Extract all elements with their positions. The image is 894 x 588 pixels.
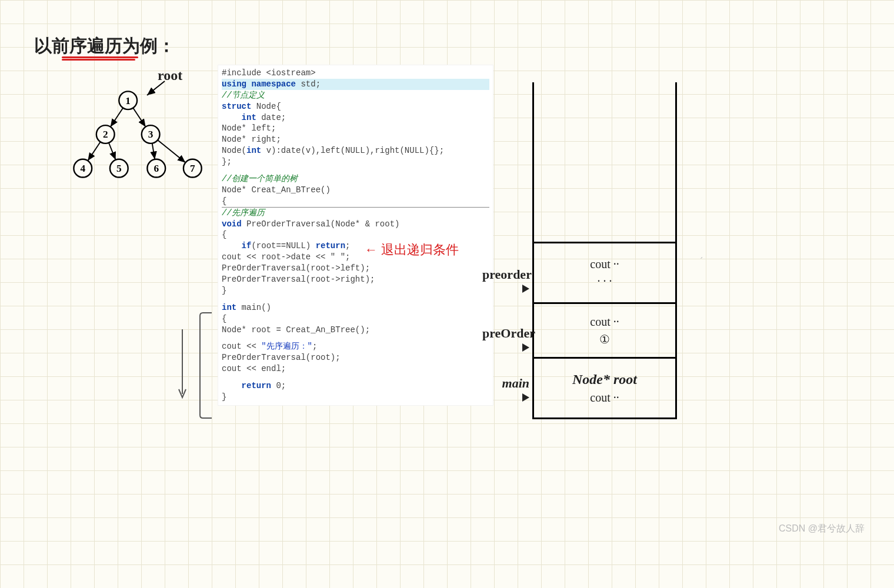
code-keyword: void <box>222 219 246 229</box>
main-flow-arrow-icon <box>171 312 218 423</box>
code-keyword: int <box>222 303 242 312</box>
code-line: { <box>222 230 226 239</box>
svg-text:4: 4 <box>80 163 85 174</box>
code-comment: //节点定义 <box>222 91 265 100</box>
code-comment: //先序遍历 <box>222 208 265 218</box>
code-comment: //创建一个简单的树 <box>222 174 298 183</box>
svg-line-5 <box>158 140 185 162</box>
code-text: cout << <box>222 342 261 351</box>
svg-text:1: 1 <box>125 95 131 106</box>
code-keyword: struct <box>222 102 256 111</box>
code-keyword: int <box>246 146 266 155</box>
svg-line-20 <box>147 81 165 95</box>
code-keyword: if <box>242 241 252 250</box>
svg-text:6: 6 <box>154 163 159 174</box>
watermark: CSDN @君兮故人辞 <box>779 523 865 535</box>
root-arrow-icon <box>141 76 176 106</box>
code-line: } <box>222 286 226 295</box>
code-block: #include <iostream> using namespace std;… <box>218 65 493 406</box>
code-line: Node* right; <box>222 135 281 144</box>
code-keyword: return <box>316 241 345 250</box>
code-line: { <box>222 314 226 323</box>
stack-frame: Node* rootcout ·· <box>534 357 675 417</box>
stack-frame: cout ··① <box>534 302 675 357</box>
code-text: Node{ <box>256 102 281 111</box>
svg-line-4 <box>152 143 155 159</box>
code-line: { <box>222 196 226 206</box>
stack-frame-line: cout ·· <box>590 258 619 271</box>
code-line: Node* left; <box>222 123 276 133</box>
stack-frame-label: preOrder <box>482 326 529 355</box>
code-keyword: int <box>242 113 262 122</box>
binary-tree-diagram: 1234567 <box>65 82 212 200</box>
stack-frame-label: main <box>482 376 529 405</box>
stack-frame: cout ··· · · <box>534 242 675 302</box>
code-line: Node* Creat_An_BTree() <box>222 185 331 195</box>
code-keyword: return <box>242 381 276 390</box>
code-line: PreOrderTraversal(root->right); <box>222 275 375 284</box>
stray-mark: ´ <box>700 256 703 266</box>
svg-text:7: 7 <box>190 163 195 174</box>
svg-line-1 <box>133 108 145 127</box>
code-text: main() <box>242 303 271 312</box>
call-stack-diagram: cout ··· · ·cout ··①Node* rootcout ·· <box>532 82 677 419</box>
code-line: PreOrderTraversal(root->left); <box>222 263 370 273</box>
code-text: ; <box>312 342 317 351</box>
svg-text:3: 3 <box>148 129 154 140</box>
stack-frame-label: preorder <box>482 268 529 296</box>
code-text: v):date(v),left(NULL),right(NULL){}; <box>266 146 444 155</box>
code-text: ; <box>345 241 350 250</box>
code-text: std; <box>301 79 321 89</box>
code-line: PreOrderTraversal(root); <box>222 353 341 362</box>
code-line: #include <iostream> <box>222 68 316 78</box>
svg-text:2: 2 <box>103 129 108 140</box>
svg-line-0 <box>111 108 123 127</box>
code-keyword: using namespace <box>222 79 301 89</box>
svg-line-2 <box>88 142 100 161</box>
code-line: Node* root = Creat_An_BTree(); <box>222 325 370 335</box>
svg-line-3 <box>109 143 116 160</box>
code-text: Node( <box>222 146 246 155</box>
stack-frame-line: · · · <box>598 275 612 288</box>
code-text: (root==NULL) <box>251 241 315 250</box>
code-line: cout << endl; <box>222 364 286 373</box>
code-text: 0; <box>276 381 286 390</box>
code-line: }; <box>222 157 232 166</box>
code-text: PreOrderTraversal(Node* & root) <box>246 219 399 229</box>
stack-frame-line: Node* root <box>572 372 637 387</box>
code-line: cout << root->date << " "; <box>222 252 350 262</box>
code-string: "先序遍历：" <box>261 342 312 351</box>
code-text: date; <box>261 113 286 122</box>
page-title: 以前序遍历为例： <box>34 34 175 58</box>
svg-text:5: 5 <box>116 163 122 174</box>
code-line: } <box>222 392 226 402</box>
stack-frame-line: cout ·· <box>590 391 619 405</box>
stack-frame-line: ① <box>599 332 610 346</box>
stack-frame-line: cout ·· <box>590 315 619 329</box>
exit-condition-annotation: ← 退出递归条件 <box>365 241 459 259</box>
title-underline <box>62 56 138 61</box>
